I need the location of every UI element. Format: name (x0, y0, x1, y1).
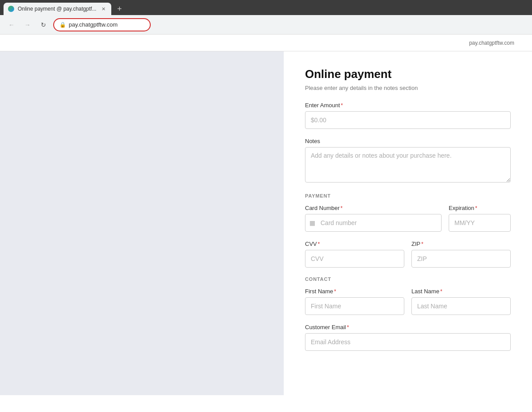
site-info-bar: pay.chatgptftw.com (0, 35, 532, 51)
tab-close-button[interactable]: ✕ (100, 5, 107, 12)
zip-required: * (421, 241, 423, 247)
page-title: Online payment (305, 67, 511, 81)
page-subtitle: Please enter any details in the notes se… (305, 85, 511, 91)
amount-required: * (341, 102, 343, 109)
email-input[interactable] (305, 333, 511, 351)
cvv-form-group: CVV * (305, 241, 404, 268)
expiration-col: Expiration * (449, 205, 511, 241)
email-label: Customer Email * (305, 324, 511, 330)
tab-favicon (8, 6, 14, 12)
first-name-col: First Name * (305, 288, 404, 324)
expiration-required: * (475, 205, 477, 211)
site-domain-label: pay.chatgptftw.com (469, 40, 514, 46)
navigation-bar: ← → ↻ 🔒 pay.chatgptftw.com (0, 15, 532, 35)
address-bar[interactable]: 🔒 pay.chatgptftw.com (53, 18, 151, 31)
address-bar-container: 🔒 pay.chatgptftw.com (53, 18, 527, 31)
amount-input[interactable] (305, 111, 511, 129)
active-tab[interactable]: Online payment @ pay.chatgptf... ✕ (4, 3, 111, 15)
zip-form-group: ZIP * (411, 241, 511, 268)
notes-label: Notes (305, 138, 511, 144)
card-expiration-row: Card Number * ▦ Expiration * (305, 205, 511, 241)
cvv-col: CVV * (305, 241, 404, 276)
new-tab-button[interactable]: + (113, 3, 125, 15)
card-icon: ▦ (309, 219, 315, 226)
card-number-col: Card Number * ▦ (305, 205, 442, 241)
first-name-form-group: First Name * (305, 288, 404, 315)
expiration-form-group: Expiration * (449, 205, 511, 232)
address-text: pay.chatgptftw.com (69, 21, 117, 28)
cvv-label: CVV * (305, 241, 404, 247)
last-name-col: Last Name * (411, 288, 511, 324)
reload-button[interactable]: ↻ (37, 19, 50, 31)
browser-tab-bar: Online payment @ pay.chatgptf... ✕ + (0, 0, 532, 15)
cvv-input[interactable] (305, 250, 404, 268)
name-row: First Name * Last Name * (305, 288, 511, 324)
card-number-label: Card Number * (305, 205, 442, 211)
first-name-input[interactable] (305, 297, 404, 315)
expiration-input[interactable] (449, 214, 511, 232)
expiration-label: Expiration * (449, 205, 511, 211)
zip-col: ZIP * (411, 241, 511, 276)
tab-label: Online payment @ pay.chatgptf... (18, 6, 96, 12)
main-content: Online payment Please enter any details … (0, 51, 532, 395)
contact-section-heading: CONTACT (305, 276, 511, 282)
first-name-required: * (334, 288, 336, 295)
card-input-wrapper: ▦ (305, 214, 442, 232)
forward-button[interactable]: → (21, 19, 34, 31)
email-form-group: Customer Email * (305, 324, 511, 351)
zip-input[interactable] (411, 250, 511, 268)
back-button[interactable]: ← (5, 19, 18, 31)
zip-label: ZIP * (411, 241, 511, 247)
last-name-input[interactable] (411, 297, 511, 315)
lock-icon: 🔒 (59, 22, 66, 28)
amount-label: Enter Amount * (305, 102, 511, 109)
payment-section-heading: PAYMENT (305, 193, 511, 198)
last-name-label: Last Name * (411, 288, 511, 295)
last-name-required: * (440, 288, 442, 295)
amount-form-group: Enter Amount * (305, 102, 511, 129)
notes-form-group: Notes (305, 138, 511, 184)
email-required: * (347, 324, 349, 330)
card-number-form-group: Card Number * ▦ (305, 205, 442, 232)
notes-textarea[interactable] (305, 147, 511, 183)
cvv-zip-row: CVV * ZIP * (305, 241, 511, 276)
cvv-required: * (318, 241, 320, 247)
card-number-input[interactable] (305, 214, 442, 232)
left-panel (0, 51, 284, 395)
last-name-form-group: Last Name * (411, 288, 511, 315)
first-name-label: First Name * (305, 288, 404, 295)
right-panel: Online payment Please enter any details … (284, 51, 532, 395)
card-required: * (340, 205, 343, 211)
